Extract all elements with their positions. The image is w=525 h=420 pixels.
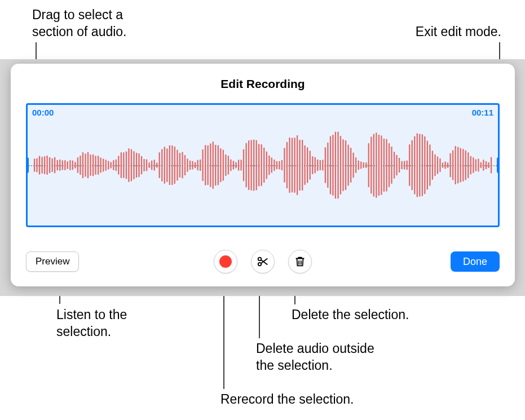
svg-rect-119	[325, 147, 326, 183]
svg-rect-146	[394, 152, 395, 178]
svg-rect-75	[213, 142, 214, 189]
svg-rect-87	[243, 149, 244, 181]
svg-rect-163	[437, 157, 438, 174]
svg-rect-159	[427, 141, 428, 190]
svg-rect-40	[123, 152, 124, 178]
svg-rect-55	[161, 149, 162, 182]
selection-handle-right[interactable]	[497, 157, 500, 173]
svg-rect-59	[171, 145, 173, 185]
svg-rect-97	[268, 156, 270, 175]
svg-rect-168	[449, 153, 451, 177]
svg-rect-158	[424, 136, 425, 194]
svg-rect-32	[103, 159, 104, 172]
svg-rect-118	[322, 160, 323, 171]
svg-rect-180	[480, 162, 482, 169]
svg-rect-176	[470, 156, 471, 174]
svg-rect-165	[442, 163, 443, 168]
svg-rect-95	[263, 148, 264, 183]
svg-rect-82	[230, 160, 231, 171]
svg-rect-49	[146, 160, 147, 171]
svg-rect-44	[133, 151, 134, 179]
svg-rect-19	[69, 160, 70, 170]
svg-rect-71	[202, 149, 203, 181]
waveform-selection[interactable]: 00:00 00:11	[26, 103, 500, 227]
svg-rect-11	[49, 157, 50, 173]
svg-rect-127	[345, 140, 346, 190]
svg-rect-91	[253, 140, 254, 191]
svg-rect-62	[179, 153, 180, 177]
svg-rect-27	[90, 154, 91, 176]
svg-rect-134	[363, 162, 364, 168]
svg-rect-43	[131, 149, 132, 182]
svg-rect-60	[174, 147, 175, 184]
svg-rect-37	[116, 160, 117, 171]
svg-rect-110	[302, 140, 303, 191]
selection-handle-left[interactable]	[26, 157, 29, 173]
svg-rect-138	[373, 134, 374, 197]
svg-rect-125	[340, 136, 341, 194]
svg-rect-69	[197, 160, 198, 170]
svg-rect-28	[92, 154, 94, 176]
trash-icon	[294, 255, 306, 268]
svg-rect-106	[292, 138, 293, 193]
svg-rect-10	[46, 156, 47, 175]
svg-rect-169	[452, 151, 453, 180]
svg-rect-16	[62, 160, 63, 170]
svg-rect-5	[34, 159, 35, 172]
svg-rect-67	[192, 161, 193, 170]
svg-rect-150	[404, 161, 405, 170]
svg-rect-131	[355, 157, 356, 173]
svg-rect-45	[136, 153, 137, 178]
svg-rect-22	[77, 157, 78, 173]
svg-rect-103	[284, 148, 285, 182]
svg-rect-17	[64, 160, 65, 170]
svg-rect-14	[57, 160, 58, 170]
svg-rect-117	[320, 160, 321, 170]
svg-rect-52	[154, 160, 155, 170]
svg-rect-144	[389, 143, 390, 187]
svg-rect-102	[281, 160, 283, 170]
svg-rect-12	[52, 158, 53, 172]
trim-button[interactable]	[251, 250, 275, 273]
svg-rect-18	[67, 161, 68, 169]
delete-button[interactable]	[288, 250, 312, 273]
svg-rect-183	[488, 162, 489, 168]
svg-rect-151	[407, 161, 408, 170]
scissors-icon	[257, 255, 269, 268]
svg-rect-123	[335, 132, 336, 198]
preview-button[interactable]: Preview	[26, 251, 79, 272]
svg-rect-72	[205, 145, 206, 185]
svg-rect-184	[491, 157, 492, 174]
svg-rect-13	[54, 157, 55, 173]
svg-rect-135	[365, 162, 367, 168]
svg-rect-155	[417, 134, 418, 197]
record-icon	[219, 255, 232, 268]
svg-rect-132	[358, 161, 359, 170]
svg-rect-58	[169, 145, 170, 185]
svg-rect-162	[434, 154, 435, 176]
svg-rect-164	[439, 158, 440, 172]
svg-rect-80	[225, 154, 226, 176]
svg-rect-179	[478, 159, 479, 172]
svg-rect-20	[72, 161, 73, 170]
svg-rect-94	[261, 144, 262, 186]
svg-rect-64	[184, 155, 186, 175]
svg-rect-172	[460, 148, 461, 183]
svg-rect-26	[87, 152, 89, 178]
svg-rect-25	[85, 154, 86, 177]
svg-rect-104	[286, 142, 288, 188]
svg-rect-175	[467, 152, 469, 178]
svg-rect-153	[412, 140, 413, 190]
waveform-display	[32, 105, 493, 226]
svg-rect-68	[195, 162, 196, 168]
svg-rect-143	[386, 139, 387, 192]
record-button[interactable]	[214, 250, 237, 273]
done-button[interactable]: Done	[451, 251, 500, 272]
svg-rect-73	[208, 145, 209, 185]
svg-rect-9	[44, 156, 45, 174]
svg-rect-83	[233, 161, 234, 169]
svg-rect-23	[80, 156, 81, 175]
svg-rect-46	[138, 153, 139, 177]
svg-rect-51	[151, 161, 152, 170]
svg-rect-170	[455, 146, 456, 184]
